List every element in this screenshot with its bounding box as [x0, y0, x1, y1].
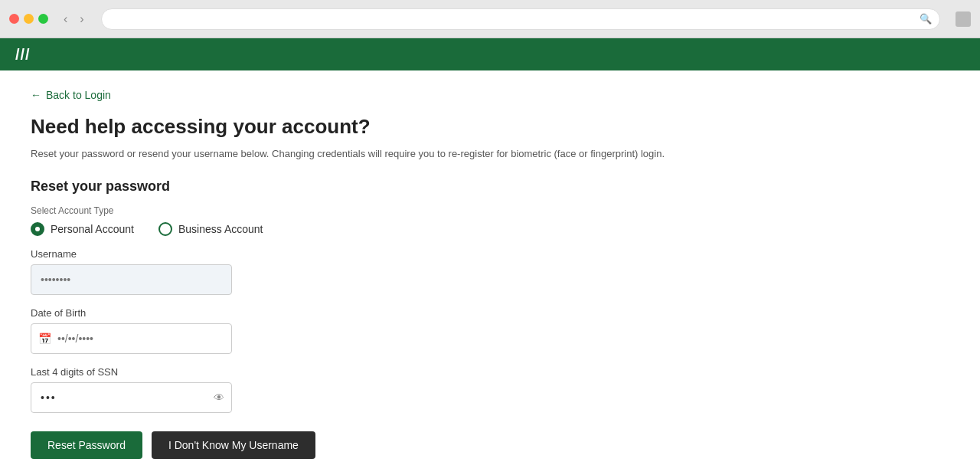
- account-type-row: Personal Account Business Account: [31, 222, 949, 236]
- username-input[interactable]: [31, 264, 232, 295]
- maximize-button[interactable]: [38, 14, 48, 24]
- personal-account-radio[interactable]: [31, 222, 44, 236]
- dob-label: Date of Birth: [31, 307, 949, 319]
- dont-know-username-button[interactable]: I Don't Know My Username: [152, 431, 315, 459]
- dob-input-wrapper: 📅: [31, 323, 232, 354]
- url-input[interactable]: [109, 13, 920, 25]
- section-title: Reset your password: [31, 179, 949, 195]
- dob-input[interactable]: [31, 323, 232, 354]
- minimize-button[interactable]: [24, 14, 34, 24]
- back-nav-button[interactable]: ‹: [59, 11, 72, 28]
- forward-nav-button[interactable]: ›: [75, 11, 88, 28]
- brand-logo: ///: [15, 46, 31, 64]
- ssn-input[interactable]: [31, 382, 232, 413]
- search-icon: 🔍: [920, 13, 932, 25]
- ssn-input-wrapper: 👁: [31, 382, 232, 413]
- business-account-radio[interactable]: [158, 222, 172, 236]
- nav-buttons: ‹ ›: [59, 11, 89, 28]
- traffic-lights: [9, 14, 48, 24]
- close-button[interactable]: [9, 14, 19, 24]
- eye-icon[interactable]: 👁: [214, 391, 224, 404]
- browser-chrome: ‹ › 🔍: [0, 0, 980, 38]
- username-label: Username: [31, 248, 949, 260]
- page-title: Need help accessing your account?: [31, 115, 949, 139]
- browser-menu-icon[interactable]: [956, 11, 971, 27]
- back-to-login-link[interactable]: ← Back to Login: [31, 89, 949, 101]
- account-type-group: Select Account Type Personal Account Bus…: [31, 205, 949, 236]
- personal-account-option[interactable]: Personal Account: [31, 222, 134, 236]
- main-content: ← Back to Login Need help accessing your…: [0, 70, 980, 475]
- reset-password-button[interactable]: Reset Password: [31, 431, 142, 459]
- buttons-row: Reset Password I Don't Know My Username: [31, 431, 949, 459]
- back-arrow-icon: ←: [31, 89, 41, 101]
- brand-bar: ///: [0, 38, 980, 70]
- ssn-field-group: Last 4 digits of SSN 👁: [31, 366, 949, 413]
- username-field-group: Username: [31, 248, 949, 295]
- ssn-label: Last 4 digits of SSN: [31, 366, 949, 378]
- account-type-label: Select Account Type: [31, 205, 949, 216]
- business-account-label: Business Account: [178, 223, 263, 235]
- page-subtitle: Reset your password or resend your usern…: [31, 146, 949, 162]
- dob-field-group: Date of Birth 📅: [31, 307, 949, 354]
- address-bar[interactable]: 🔍: [101, 8, 940, 30]
- business-account-option[interactable]: Business Account: [158, 222, 263, 236]
- back-to-login-label: Back to Login: [46, 89, 111, 101]
- calendar-icon: 📅: [38, 332, 51, 345]
- personal-account-label: Personal Account: [51, 223, 134, 235]
